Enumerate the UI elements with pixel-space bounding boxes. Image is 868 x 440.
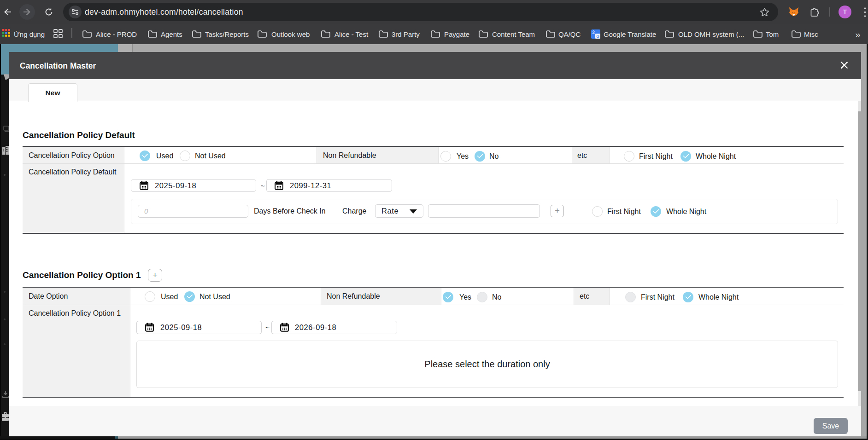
svg-text:文: 文 [591, 29, 596, 35]
svg-text:G: G [596, 34, 599, 39]
